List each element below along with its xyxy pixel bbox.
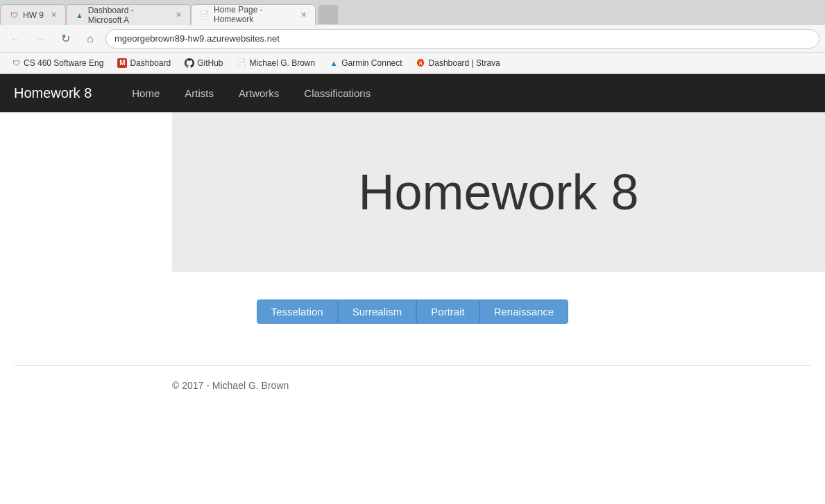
bookmark-label-garmin: Garmin Connect bbox=[341, 58, 402, 68]
bookmark-icon-cs460: 🛡 bbox=[11, 58, 21, 68]
bookmark-label-dashboard: Dashboard bbox=[130, 58, 171, 68]
tab-icon-homepage: 📄 bbox=[200, 10, 210, 19]
bookmark-icon-dashboard: M bbox=[117, 58, 127, 68]
reload-button[interactable]: ↻ bbox=[56, 29, 75, 49]
bookmark-icon-strava: 🅐 bbox=[416, 58, 426, 68]
bookmark-dashboard[interactable]: M Dashboard bbox=[112, 57, 176, 69]
bookmark-garmin[interactable]: ▲ Garmin Connect bbox=[323, 57, 407, 69]
footer: © 2017 - Michael G. Brown bbox=[0, 366, 825, 405]
bookmark-label-cs460: CS 460 Software Eng bbox=[24, 58, 103, 68]
bookmark-strava[interactable]: 🅐 Dashboard | Strava bbox=[411, 57, 506, 69]
tab-close-homepage[interactable]: ✕ bbox=[300, 10, 307, 19]
bookmark-label-github: GitHub bbox=[197, 58, 223, 68]
forward-button[interactable]: → bbox=[31, 29, 50, 49]
btn-renaissance[interactable]: Renaissance bbox=[479, 299, 569, 324]
new-tab-button[interactable] bbox=[316, 4, 341, 25]
btn-tesselation[interactable]: Tesselation bbox=[257, 299, 338, 324]
btn-portrait[interactable]: Portrait bbox=[416, 299, 479, 324]
hero-section: Homework 8 bbox=[172, 112, 825, 272]
nav-links: Home Artists Artworks Classifications bbox=[119, 74, 383, 112]
address-input[interactable] bbox=[105, 29, 819, 49]
bookmark-icon-michael: 📄 bbox=[237, 58, 246, 68]
tab-label-homepage: Home Page - Homework bbox=[214, 5, 294, 24]
hero-title: Homework 8 bbox=[358, 164, 638, 220]
bookmark-label-strava: Dashboard | Strava bbox=[429, 58, 500, 68]
tab-close-hw9[interactable]: ✕ bbox=[51, 10, 57, 19]
btn-surrealism[interactable]: Surrealism bbox=[338, 299, 417, 324]
bookmark-michael[interactable]: 📄 Michael G. Brown bbox=[231, 57, 321, 69]
tab-icon-hw9: 🛡 bbox=[9, 10, 19, 20]
footer-copyright: © 2017 - Michael G. Brown bbox=[172, 380, 289, 391]
bookmarks-bar: 🛡 CS 460 Software Eng M Dashboard GitHub… bbox=[0, 53, 825, 73]
bookmark-icon-garmin: ▲ bbox=[329, 58, 339, 68]
tab-homepage[interactable]: 📄 Home Page - Homework ✕ bbox=[191, 4, 316, 25]
tab-icon-dashboard: ▲ bbox=[75, 10, 84, 20]
back-button[interactable]: ← bbox=[6, 29, 25, 49]
classification-btn-group: Tesselation Surrealism Portrait Renaissa… bbox=[257, 299, 569, 324]
tab-bar: 🛡 HW 9 ✕ ▲ Dashboard - Microsoft A ✕ 📄 H… bbox=[0, 0, 825, 25]
browser-chrome: 🛡 HW 9 ✕ ▲ Dashboard - Microsoft A ✕ 📄 H… bbox=[0, 0, 825, 74]
nav-link-artworks[interactable]: Artworks bbox=[226, 74, 291, 112]
address-bar: ← → ↻ ⌂ bbox=[0, 25, 825, 53]
home-button[interactable]: ⌂ bbox=[80, 29, 100, 49]
bookmark-github[interactable]: GitHub bbox=[179, 57, 228, 69]
nav-link-classifications[interactable]: Classifications bbox=[291, 74, 383, 112]
tab-close-dashboard[interactable]: ✕ bbox=[176, 10, 182, 19]
app-navbar: Homework 8 Home Artists Artworks Classif… bbox=[0, 74, 825, 112]
app-brand[interactable]: Homework 8 bbox=[14, 85, 92, 101]
nav-link-home[interactable]: Home bbox=[119, 74, 172, 112]
bookmark-label-michael: Michael G. Brown bbox=[249, 58, 315, 68]
classifications-section: Tesselation Surrealism Portrait Renaissa… bbox=[0, 272, 825, 365]
tab-hw9[interactable]: 🛡 HW 9 ✕ bbox=[0, 4, 66, 25]
tab-dashboard[interactable]: ▲ Dashboard - Microsoft A ✕ bbox=[66, 4, 191, 25]
bookmark-icon-github bbox=[185, 58, 194, 68]
tab-label-hw9: HW 9 bbox=[23, 10, 44, 20]
nav-link-artists[interactable]: Artists bbox=[172, 74, 226, 112]
tab-label-dashboard: Dashboard - Microsoft A bbox=[88, 6, 169, 25]
bookmark-cs460[interactable]: 🛡 CS 460 Software Eng bbox=[6, 57, 109, 69]
